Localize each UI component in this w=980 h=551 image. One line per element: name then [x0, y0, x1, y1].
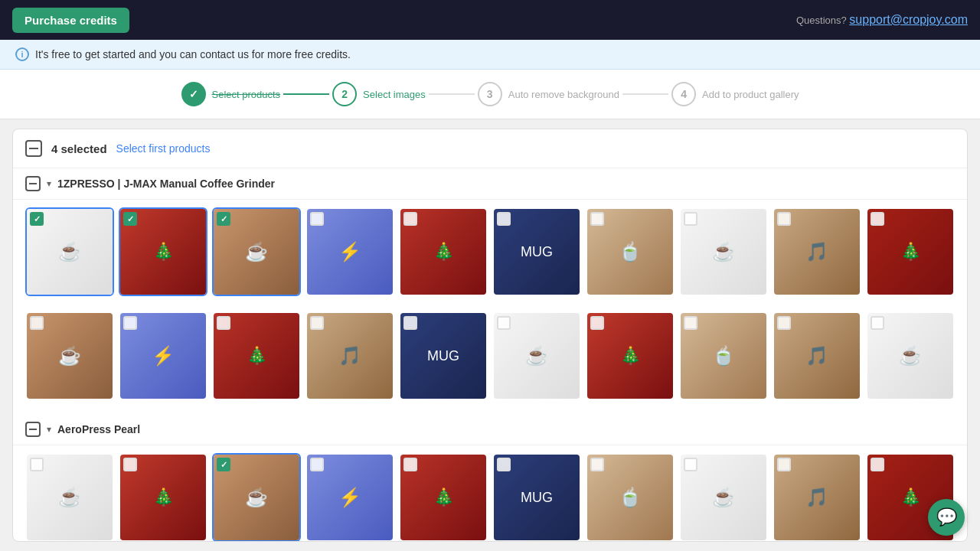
step-3-label: Auto remove background — [508, 89, 619, 100]
step-4-label: Add to product gallery — [702, 89, 799, 100]
selected-count: 4 selected — [51, 142, 107, 155]
group-chevron-0[interactable]: ▾ — [47, 178, 51, 189]
image-item-1-0-8[interactable]: 🎵 — [773, 453, 861, 541]
checkbox-0-1-2 — [217, 316, 230, 330]
image-item-0-0-5[interactable]: MUG — [492, 207, 581, 296]
step-1-label: Select products — [212, 89, 281, 100]
step-4-circle: 4 — [671, 82, 696, 106]
image-item-0-0-0[interactable]: ✓☕ — [25, 207, 114, 296]
deselect-all-button[interactable] — [25, 140, 42, 157]
info-icon: i — [15, 47, 29, 61]
image-item-0-0-9[interactable]: 🎄 — [866, 207, 955, 296]
step-4[interactable]: 4 Add to product gallery — [671, 82, 799, 106]
checkbox-1-0-4 — [403, 458, 417, 471]
checkbox-0-1-4 — [403, 316, 417, 330]
group-header-1: ▾ AeroPress Pearl — [13, 414, 967, 445]
image-item-1-0-6[interactable]: 🍵 — [586, 453, 675, 541]
group-minus-icon-0 — [29, 183, 37, 184]
group-minus-1[interactable] — [25, 422, 41, 437]
checkbox-1-0-8 — [777, 458, 791, 471]
group-minus-0[interactable] — [25, 176, 41, 191]
image-item-1-0-2[interactable]: ✓☕ — [212, 453, 301, 541]
checkbox-0-1-1 — [123, 316, 137, 330]
image-item-1-0-1[interactable]: 🎄 — [119, 453, 207, 541]
image-item-0-1-4[interactable]: MUG — [399, 311, 488, 400]
purchase-credits-button[interactable]: Purchase credits — [12, 8, 129, 33]
checkbox-0-1-5 — [497, 316, 511, 330]
step-2-label: Select images — [363, 89, 426, 100]
checkbox-0-0-3 — [310, 212, 324, 226]
checkbox-1-0-7 — [684, 458, 697, 471]
connector-1-2 — [283, 93, 329, 95]
checkbox-1-0-2: ✓ — [217, 458, 230, 471]
image-item-0-1-9[interactable]: ☕ — [866, 311, 955, 400]
checkbox-0-0-7 — [684, 212, 697, 226]
image-item-0-1-1[interactable]: ⚡ — [119, 311, 207, 400]
content-box: 4 selected Select first products ▾ 1ZPRE… — [12, 129, 968, 542]
selection-header: 4 selected Select first products — [13, 129, 967, 168]
checkbox-1-0-5 — [497, 458, 511, 471]
image-item-0-0-4[interactable]: 🎄 — [399, 207, 488, 296]
info-bar: i It's free to get started and you can c… — [0, 40, 980, 70]
product-group-1: ▾ AeroPress Pearl ☕🎄✓☕⚡🎄MUG🍵☕🎵🎄 — [13, 414, 967, 541]
contact-text: Questions? — [796, 15, 849, 26]
step-2-circle: 2 — [332, 82, 357, 106]
image-item-0-0-1[interactable]: ✓🎄 — [119, 207, 207, 296]
image-item-0-1-3[interactable]: 🎵 — [305, 311, 394, 400]
steps-bar: ✓ Select products 2 Select images 3 Auto… — [0, 70, 980, 119]
group-chevron-1[interactable]: ▾ — [47, 424, 51, 435]
checkbox-0-0-2: ✓ — [217, 212, 230, 226]
image-item-0-0-6[interactable]: 🍵 — [586, 207, 675, 296]
image-item-1-0-4[interactable]: 🎄 — [399, 453, 488, 541]
contact-info: Questions? support@cropjoy.com — [796, 13, 968, 27]
checkbox-0-0-1: ✓ — [123, 212, 137, 226]
image-item-0-1-0[interactable]: ☕ — [25, 311, 114, 400]
checkbox-0-0-8 — [777, 212, 791, 226]
connector-3-4 — [622, 93, 668, 95]
image-item-0-1-8[interactable]: 🎵 — [773, 311, 861, 400]
header: Purchase credits Questions? support@crop… — [0, 0, 980, 40]
image-item-0-1-5[interactable]: ☕ — [492, 311, 581, 400]
group-header-0: ▾ 1ZPRESSO | J-MAX Manual Coffee Grinder — [13, 168, 967, 200]
checkbox-0-1-8 — [777, 316, 791, 330]
image-item-0-1-2[interactable]: 🎄 — [212, 311, 301, 400]
checkbox-0-1-3 — [310, 316, 324, 330]
product-section: ▾ 1ZPRESSO | J-MAX Manual Coffee Grinder… — [13, 168, 967, 541]
image-grid-1-0: ☕🎄✓☕⚡🎄MUG🍵☕🎵🎄 — [13, 445, 967, 541]
group-name-0: 1ZPRESSO | J-MAX Manual Coffee Grinder — [57, 178, 275, 190]
info-message: It's free to get started and you can con… — [35, 48, 351, 60]
step-1[interactable]: ✓ Select products — [181, 82, 281, 106]
group-minus-icon-1 — [29, 429, 37, 430]
image-item-1-0-3[interactable]: ⚡ — [305, 453, 394, 541]
select-first-products-link[interactable]: Select first products — [116, 142, 211, 155]
checkbox-0-1-9 — [871, 316, 884, 330]
image-item-0-1-6[interactable]: 🎄 — [586, 311, 675, 400]
image-item-0-0-7[interactable]: ☕ — [679, 207, 768, 296]
chat-icon: 💬 — [936, 507, 957, 527]
chat-button[interactable]: 💬 — [928, 499, 965, 536]
step-1-circle: ✓ — [181, 82, 206, 106]
image-item-1-0-0[interactable]: ☕ — [25, 453, 114, 541]
checkbox-1-0-3 — [310, 458, 324, 471]
step-3-circle: 3 — [478, 82, 502, 106]
checkbox-0-1-6 — [590, 316, 604, 330]
group-name-1: AeroPress Pearl — [57, 423, 140, 435]
checkbox-0-0-9 — [871, 212, 884, 226]
checkbox-1-0-1 — [123, 458, 137, 471]
image-item-0-0-2[interactable]: ✓☕ — [212, 207, 301, 296]
image-item-1-0-7[interactable]: ☕ — [679, 453, 768, 541]
checkbox-0-1-7 — [684, 316, 697, 330]
step-3[interactable]: 3 Auto remove background — [478, 82, 619, 106]
contact-link[interactable]: support@cropjoy.com — [849, 13, 968, 26]
image-grid-0-1: ☕⚡🎄🎵MUG☕🎄🍵🎵☕ — [13, 304, 967, 408]
checkbox-0-0-4 — [403, 212, 417, 226]
checkbox-0-0-0: ✓ — [30, 212, 44, 226]
image-item-0-0-8[interactable]: 🎵 — [773, 207, 861, 296]
image-item-1-0-5[interactable]: MUG — [492, 453, 581, 541]
checkbox-0-0-6 — [590, 212, 604, 226]
checkbox-1-0-9 — [871, 458, 884, 471]
image-item-0-1-7[interactable]: 🍵 — [679, 311, 768, 400]
checkbox-1-0-0 — [30, 458, 44, 471]
image-item-0-0-3[interactable]: ⚡ — [305, 207, 394, 296]
step-2[interactable]: 2 Select images — [332, 82, 426, 106]
